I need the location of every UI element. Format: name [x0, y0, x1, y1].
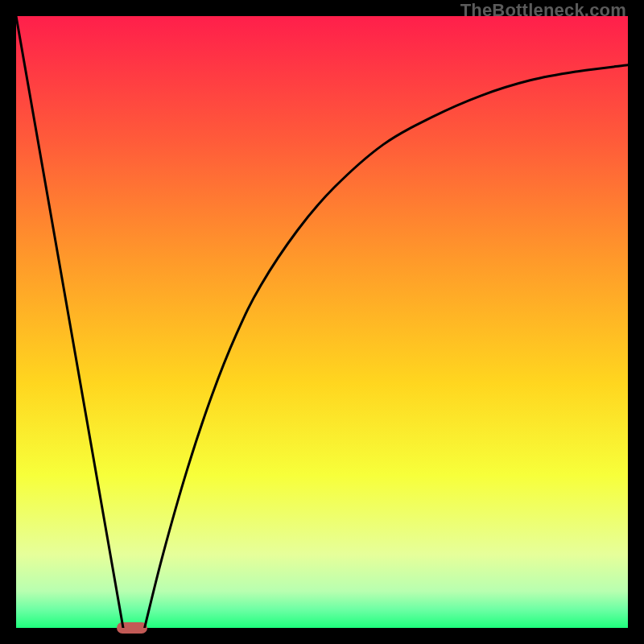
series-left-line: [16, 16, 123, 628]
series-right-curve: [145, 65, 628, 628]
plot-area: [16, 16, 628, 628]
curve-layer: [16, 16, 628, 628]
watermark-text: TheBottleneck.com: [460, 0, 626, 21]
chart-container: TheBottleneck.com: [0, 0, 644, 644]
